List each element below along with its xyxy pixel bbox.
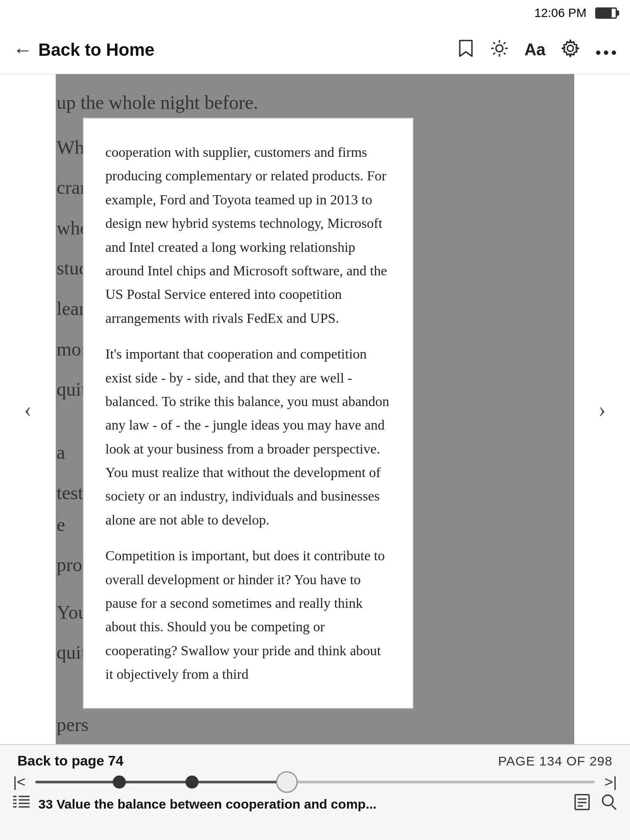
toc-icon[interactable] (13, 795, 30, 813)
battery-icon (595, 7, 617, 19)
svg-line-26 (612, 805, 616, 810)
svg-point-0 (496, 45, 503, 52)
next-page-arrow[interactable]: › (598, 396, 606, 422)
search-icon[interactable] (601, 794, 617, 814)
svg-line-8 (493, 53, 495, 54)
svg-point-25 (603, 795, 613, 806)
nav-icons: Aa (457, 39, 617, 61)
slider-thumb-start[interactable] (113, 776, 126, 789)
svg-point-12 (612, 51, 616, 55)
battery-fill (596, 9, 612, 17)
svg-line-5 (493, 42, 495, 44)
back-home-button[interactable]: ← Back to Home (13, 40, 155, 60)
prev-page-panel[interactable]: ‹ (0, 74, 56, 744)
popup-text: cooperation with supplier, customers and… (105, 140, 391, 686)
bottom-footer-row: 33 Value the balance between cooperation… (0, 790, 630, 814)
popup-para-3: Competition is important, but does it co… (105, 544, 391, 686)
svg-point-11 (604, 51, 608, 55)
svg-point-10 (596, 51, 600, 55)
svg-line-7 (504, 42, 505, 44)
back-label: Back to Home (38, 40, 155, 60)
first-page-button[interactable]: |< (13, 773, 26, 790)
next-page-panel[interactable]: › (574, 74, 630, 744)
progress-slider-track[interactable] (35, 781, 595, 783)
notes-icon[interactable] (574, 794, 590, 814)
back-arrow-icon: ← (13, 41, 32, 60)
reading-area: ‹ › up the whole night before. Whe (0, 74, 630, 744)
font-icon[interactable]: Aa (524, 41, 546, 59)
chapter-title: 33 Value the balance between cooperation… (38, 797, 566, 812)
prev-page-arrow[interactable]: ‹ (24, 396, 31, 422)
bottom-top-row: Back to page 74 PAGE 134 OF 298 (0, 745, 630, 769)
brightness-icon[interactable] (490, 39, 509, 61)
footer-icons (574, 794, 617, 814)
bottom-bar: Back to page 74 PAGE 134 OF 298 |< >| (0, 744, 630, 840)
page-info: PAGE 134 OF 298 (498, 754, 613, 769)
popup-para-1: cooperation with supplier, customers and… (105, 140, 391, 330)
last-page-button[interactable]: >| (604, 773, 617, 790)
slider-thumb-current[interactable] (276, 771, 298, 793)
svg-line-6 (504, 53, 505, 54)
status-bar: 12:06 PM (0, 0, 630, 26)
slider-thumb-middle[interactable] (185, 776, 199, 789)
settings-icon[interactable] (561, 39, 579, 61)
top-nav: ← Back to Home Aa (0, 26, 630, 74)
status-time: 12:06 PM (534, 6, 586, 20)
popup-para-2: It's important that cooperation and comp… (105, 342, 391, 532)
popup-overlay: cooperation with supplier, customers and… (83, 118, 414, 709)
bookmark-icon[interactable] (457, 39, 475, 61)
svg-point-9 (567, 45, 573, 51)
progress-row: |< >| (0, 769, 630, 790)
slider-fill (35, 781, 287, 783)
back-to-page-button[interactable]: Back to page 74 (17, 753, 124, 769)
more-icon[interactable] (595, 41, 617, 59)
